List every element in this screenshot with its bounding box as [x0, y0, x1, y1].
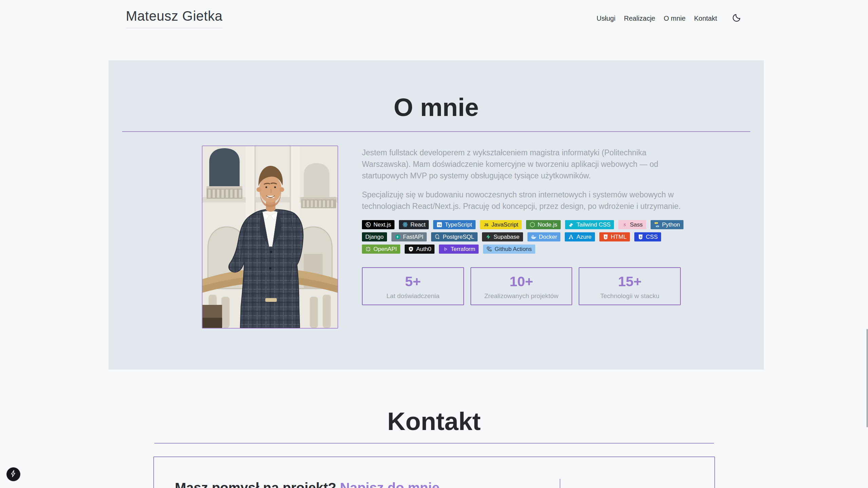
- dev-toolbar-button[interactable]: [6, 467, 20, 481]
- stats-row: 5+Lat doświadczenia10+Zrealizowanych pro…: [362, 267, 681, 305]
- about-paragraph-2: Specjalizuję się w budowaniu nowoczesnyc…: [362, 189, 681, 212]
- stat-card-2: 15+Technologii w stacku: [579, 267, 681, 305]
- tech-badge-tailwind-css: Tailwind CSS: [565, 220, 614, 229]
- badge-label: Python: [662, 221, 680, 228]
- nextjs-icon: [365, 222, 371, 228]
- stat-label: Zrealizowanych projektów: [484, 292, 559, 300]
- badge-row: Next.jsReactTSTypeScriptJSJavaScriptNode…: [362, 220, 681, 229]
- azure-icon: [568, 234, 574, 240]
- contact-title: Kontakt: [0, 407, 868, 436]
- tech-badge-openapi: OpenAPI: [362, 245, 400, 254]
- svg-text:TS: TS: [438, 223, 441, 227]
- badge-label: JavaScript: [491, 221, 518, 228]
- about-section: O mnie: [109, 60, 764, 370]
- tailwind-icon: [568, 222, 574, 228]
- scrollbar-thumb[interactable]: [867, 329, 868, 427]
- badge-label: Github Actions: [495, 246, 532, 253]
- stat-value: 15+: [618, 274, 642, 290]
- badge-label: OpenAPI: [373, 246, 397, 253]
- svg-text:JS: JS: [484, 223, 488, 227]
- stat-label: Technologii w stacku: [600, 292, 659, 300]
- tech-badge-node-js: Node.js: [526, 220, 561, 229]
- auth0-icon: [408, 246, 414, 252]
- openapi-icon: [365, 246, 371, 252]
- tech-badge-supabase: Supabase: [482, 232, 523, 241]
- supabase-icon: [485, 234, 491, 240]
- badge-label: Next.js: [373, 221, 391, 228]
- tech-badge-django: Django: [362, 232, 387, 241]
- typescript-icon: TS: [437, 222, 442, 228]
- tech-badge-github-actions: Github Actions: [483, 245, 535, 254]
- tech-badge-javascript: JSJavaScript: [480, 220, 522, 229]
- about-paragraph-1: Jestem fullstack developerem z wykształc…: [362, 147, 681, 181]
- python-icon: [654, 222, 660, 228]
- tech-badge-fastapi: FastAPI: [391, 232, 427, 241]
- tech-badge-python: Python: [651, 220, 683, 229]
- badge-label: Auth0: [416, 246, 431, 253]
- contact-cta-text: Masz pomysł na projekt?: [175, 480, 340, 488]
- tech-badge-typescript: TSTypeScript: [433, 220, 475, 229]
- html-icon: 5: [603, 234, 609, 240]
- site-logo[interactable]: Mateusz Gietka: [126, 8, 223, 28]
- tech-badges: Next.jsReactTSTypeScriptJSJavaScriptNode…: [362, 220, 681, 254]
- nav-link-o-mnie[interactable]: O mnie: [664, 15, 686, 22]
- page-header: Mateusz Gietka UsługiRealizacjeO mnieKon…: [0, 8, 868, 28]
- badge-label: Azure: [576, 234, 591, 240]
- badge-label: Terraform: [450, 246, 475, 253]
- nav-link-realizacje[interactable]: Realizacje: [624, 15, 655, 22]
- badge-label: HTML: [611, 234, 626, 240]
- badge-row: DjangoFastAPIPostgreSQLSupabaseDockerAzu…: [362, 232, 681, 241]
- profile-photo: [202, 145, 338, 329]
- theme-toggle-button[interactable]: [731, 13, 742, 24]
- badge-label: TypeScript: [445, 221, 472, 228]
- contact-box: Masz pomysł na projekt? Napisz do mnie: [153, 456, 715, 488]
- nav-link-us-ugi[interactable]: Usługi: [597, 15, 616, 22]
- badge-label: CSS: [646, 234, 658, 240]
- badge-label: PostgreSQL: [443, 234, 474, 240]
- profile-photo-illustration: [202, 146, 337, 328]
- stat-card-0: 5+Lat doświadczenia: [362, 267, 464, 305]
- stat-card-1: 10+Zrealizowanych projektów: [470, 267, 573, 305]
- css-icon: 3: [638, 234, 643, 240]
- badge-label: Docker: [539, 234, 557, 240]
- svg-text:5: 5: [605, 235, 606, 239]
- contact-divider: [154, 443, 714, 444]
- badge-row: OpenAPIAuth0TerraformGithub Actions: [362, 245, 681, 254]
- terraform-icon: [442, 246, 448, 252]
- stat-value: 10+: [509, 274, 533, 290]
- tech-badge-sass: SSass: [618, 220, 646, 229]
- contact-cta-heading: Masz pomysł na projekt? Napisz do mnie: [175, 479, 539, 488]
- about-title: O mnie: [109, 93, 764, 122]
- postgresql-icon: [435, 234, 440, 240]
- contact-right-column: [560, 479, 714, 488]
- contact-section: Kontakt Masz pomysł na projekt? Napisz d…: [0, 370, 868, 488]
- tech-badge-css: 3CSS: [634, 232, 661, 241]
- tech-badge-auth0: Auth0: [405, 245, 435, 254]
- github-actions-icon: [486, 246, 492, 252]
- tech-badge-react: React: [399, 220, 429, 229]
- badge-label: FastAPI: [403, 234, 423, 240]
- contact-cta-link[interactable]: Napisz do mnie: [340, 480, 439, 488]
- fastapi-icon: [395, 234, 401, 240]
- tech-badge-next-js: Next.js: [362, 220, 394, 229]
- tech-badge-html: 5HTML: [599, 232, 630, 241]
- moon-icon: [732, 13, 741, 24]
- tech-badge-docker: Docker: [527, 232, 561, 241]
- badge-label: Node.js: [538, 221, 557, 228]
- nav-link-kontakt[interactable]: Kontakt: [694, 15, 717, 22]
- badge-label: Supabase: [494, 234, 520, 240]
- docker-icon: [531, 234, 537, 240]
- badge-label: Tailwind CSS: [577, 221, 611, 228]
- svg-text:S: S: [623, 222, 626, 227]
- svg-text:3: 3: [640, 235, 641, 239]
- nodejs-icon: [529, 222, 535, 228]
- javascript-icon: JS: [483, 222, 489, 228]
- main-nav: UsługiRealizacjeO mnieKontakt: [597, 15, 717, 22]
- tech-badge-postgresql: PostgreSQL: [431, 232, 478, 241]
- badge-label: React: [410, 221, 425, 228]
- badge-label: Django: [365, 234, 384, 240]
- tech-badge-azure: Azure: [565, 232, 595, 241]
- lightning-icon: [9, 470, 18, 479]
- about-divider: [122, 131, 750, 132]
- sass-icon: S: [622, 222, 628, 228]
